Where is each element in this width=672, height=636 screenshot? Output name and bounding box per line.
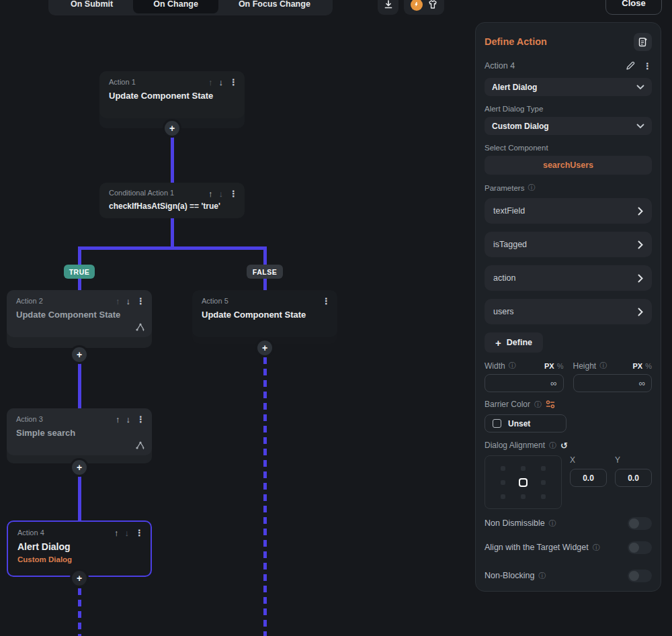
kebab-menu-icon[interactable]: ⋮ bbox=[135, 528, 144, 538]
info-icon: ⓘ bbox=[538, 572, 546, 580]
copy-action-button[interactable] bbox=[634, 33, 652, 51]
action4-node[interactable]: Action 4 Alert Dialog Custom Dialog ↑ ↓ … bbox=[7, 520, 152, 577]
alignment-grid[interactable] bbox=[485, 455, 562, 509]
move-up-icon[interactable]: ↑ bbox=[208, 77, 213, 87]
kebab-menu-icon[interactable]: ⋮ bbox=[229, 77, 238, 87]
download-button[interactable] bbox=[378, 0, 398, 15]
action-title: Update Component State bbox=[16, 310, 142, 320]
tab-on-change[interactable]: On Change bbox=[133, 0, 218, 13]
parameters-label: Parameters bbox=[485, 184, 524, 192]
info-icon: ⓘ bbox=[549, 520, 556, 527]
height-input[interactable] bbox=[592, 379, 639, 388]
coin-icon bbox=[411, 0, 423, 11]
download-icon bbox=[384, 0, 393, 9]
barrier-color-unset-checkbox[interactable]: Unset bbox=[485, 414, 566, 433]
kebab-menu-icon[interactable]: ⋮ bbox=[136, 296, 145, 306]
align-with-target-widget-toggle[interactable] bbox=[628, 541, 652, 554]
kebab-menu-icon[interactable]: ⋮ bbox=[322, 296, 331, 306]
parameter-row-action[interactable]: action bbox=[485, 265, 652, 291]
action3-node[interactable]: Action 3 Simple search ↑ ↓ ⋮ bbox=[7, 408, 152, 455]
add-action-button[interactable]: + bbox=[165, 121, 179, 136]
align-center-selected[interactable] bbox=[519, 478, 528, 487]
move-down-icon[interactable]: ↓ bbox=[219, 189, 224, 199]
chevron-down-icon bbox=[636, 85, 644, 90]
y-label: Y bbox=[615, 455, 652, 465]
kebab-menu-icon[interactable]: ⋮ bbox=[136, 414, 145, 424]
connector-a4-continued bbox=[78, 588, 81, 636]
align-bottom-left[interactable] bbox=[501, 494, 505, 499]
parameter-row-textfield[interactable]: textField bbox=[485, 198, 652, 224]
align-center-left[interactable] bbox=[501, 480, 505, 485]
define-action-panel: Define Action Action 4 ⋮ Alert Dialog Al… bbox=[475, 22, 661, 592]
action-subtitle: Custom Dialog bbox=[17, 555, 141, 563]
align-top-left[interactable] bbox=[501, 466, 505, 471]
extensions-button[interactable] bbox=[404, 0, 444, 15]
alignment-y-input[interactable] bbox=[615, 469, 652, 487]
chevron-right-icon bbox=[638, 207, 643, 216]
add-action-button[interactable]: + bbox=[72, 460, 87, 475]
chevron-right-icon bbox=[638, 308, 643, 316]
info-icon: ⓘ bbox=[549, 442, 556, 449]
action-title: Update Component State bbox=[109, 91, 235, 101]
info-icon: ⓘ bbox=[534, 401, 542, 408]
non-dismissible-toggle[interactable] bbox=[628, 517, 652, 530]
select-component-button[interactable]: searchUsers bbox=[485, 156, 652, 175]
move-up-icon[interactable]: ↑ bbox=[116, 296, 120, 306]
chevron-right-icon bbox=[638, 240, 643, 249]
action-type-dropdown[interactable]: Alert Dialog bbox=[485, 78, 652, 96]
kebab-menu-icon[interactable]: ⋮ bbox=[229, 189, 238, 199]
action-title: Alert Dialog bbox=[17, 541, 141, 552]
height-unit-percent[interactable]: % bbox=[645, 362, 652, 370]
shirt-icon bbox=[427, 0, 438, 9]
move-up-icon[interactable]: ↑ bbox=[114, 528, 119, 538]
connector-a2-a3 bbox=[78, 362, 81, 408]
move-up-icon[interactable]: ↑ bbox=[208, 189, 213, 199]
non-blocking-toggle[interactable] bbox=[628, 570, 652, 582]
tab-on-focus-change[interactable]: On Focus Change bbox=[218, 0, 331, 13]
edit-pencil-icon[interactable] bbox=[626, 61, 635, 71]
align-bottom-right[interactable] bbox=[541, 494, 546, 499]
add-action-button[interactable]: + bbox=[72, 347, 87, 362]
action1-node[interactable]: Action 1 Update Component State ↑ ↓ ⋮ bbox=[99, 71, 245, 118]
alert-dialog-type-label: Alert Dialog Type bbox=[485, 103, 652, 113]
width-input[interactable] bbox=[503, 379, 550, 388]
conditional1-node[interactable]: Conditional Action 1 checkIfHasAtSign(a)… bbox=[99, 183, 245, 218]
connector-a5-continued bbox=[263, 357, 267, 636]
tab-on-submit[interactable]: On Submit bbox=[50, 0, 133, 13]
height-unit-px[interactable]: PX bbox=[633, 362, 643, 370]
reset-icon[interactable]: ↺ bbox=[560, 441, 568, 450]
color-options-icon[interactable] bbox=[546, 400, 555, 408]
action-output-icon bbox=[136, 322, 145, 332]
align-center-right[interactable] bbox=[541, 480, 546, 485]
align-bottom-center[interactable] bbox=[521, 494, 526, 499]
infinity-icon[interactable]: ∞ bbox=[550, 378, 556, 388]
define-parameter-button[interactable]: +Define bbox=[485, 332, 543, 353]
infinity-icon[interactable]: ∞ bbox=[639, 378, 645, 388]
non-dismissible-label: Non Dismissible bbox=[485, 518, 545, 528]
move-down-icon[interactable]: ↓ bbox=[219, 77, 224, 87]
move-down-icon[interactable]: ↓ bbox=[126, 296, 131, 306]
move-up-icon[interactable]: ↑ bbox=[116, 414, 120, 424]
select-component-label: Select Component bbox=[485, 142, 652, 152]
parameter-row-istagged[interactable]: isTagged bbox=[485, 232, 652, 257]
alignment-x-input[interactable] bbox=[570, 469, 607, 487]
move-down-icon[interactable]: ↓ bbox=[125, 528, 130, 538]
move-down-icon[interactable]: ↓ bbox=[126, 414, 131, 424]
close-button[interactable]: Close bbox=[605, 0, 662, 15]
width-unit-percent[interactable]: % bbox=[557, 362, 564, 370]
trigger-tabbar: On Submit On Change On Focus Change bbox=[48, 0, 333, 15]
chevron-down-icon bbox=[636, 124, 644, 129]
align-top-right[interactable] bbox=[541, 466, 546, 471]
parameter-row-users[interactable]: users bbox=[485, 299, 652, 324]
align-top-center[interactable] bbox=[521, 466, 526, 471]
align-with-target-widget-label: Align with the Target Widget bbox=[485, 543, 589, 552]
kebab-menu-icon[interactable]: ⋮ bbox=[643, 61, 652, 71]
action2-node[interactable]: Action 2 Update Component State ↑ ↓ ⋮ bbox=[7, 290, 152, 337]
add-action-button[interactable]: + bbox=[72, 571, 87, 586]
width-unit-px[interactable]: PX bbox=[544, 362, 554, 370]
action-title: Update Component State bbox=[202, 310, 328, 320]
selected-action-label: Action 4 bbox=[485, 61, 515, 71]
action5-node[interactable]: Action 5 Update Component State ⋮ bbox=[192, 290, 337, 337]
alert-dialog-type-dropdown[interactable]: Custom Dialog bbox=[485, 117, 652, 135]
add-action-button[interactable]: + bbox=[257, 340, 272, 355]
